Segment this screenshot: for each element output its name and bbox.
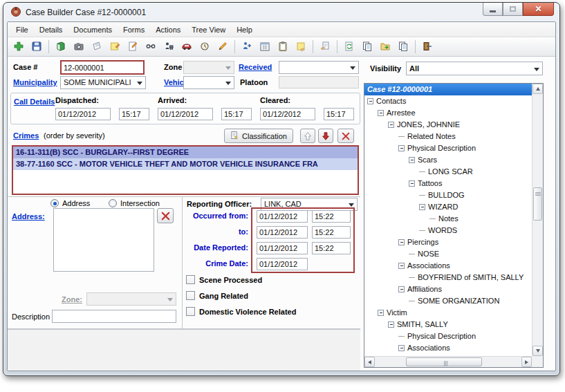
case-number-input[interactable]	[60, 60, 145, 75]
crime-list-item[interactable]: 38-77-1160 SCC - MOTOR VEHICLE THEFT AND…	[13, 158, 358, 170]
scroll-up-button[interactable]	[532, 84, 543, 94]
hand-doc-button[interactable]	[317, 39, 333, 55]
vertical-scroll-thumb[interactable]	[533, 187, 542, 221]
tree-item[interactable]: Physical Description	[364, 142, 532, 154]
move-down-button[interactable]	[318, 129, 333, 143]
scroll-down-button[interactable]	[532, 346, 543, 356]
pencil-button[interactable]	[214, 39, 231, 55]
crimes-list[interactable]: 16-11-311(B) SCC - BURGLARY--FIRST DEGRE…	[12, 145, 359, 195]
incident-time-input-0[interactable]	[312, 210, 351, 223]
note-assign-button[interactable]	[293, 39, 309, 55]
tree-item[interactable]: Case #12-0000001	[364, 84, 532, 95]
collapse-icon[interactable]	[378, 110, 384, 116]
gang-related-checkbox[interactable]	[186, 291, 195, 300]
collapse-icon[interactable]	[398, 239, 405, 245]
move-up-button[interactable]	[300, 129, 315, 143]
collapse-icon[interactable]	[419, 204, 425, 210]
vehicle-button[interactable]	[178, 39, 195, 55]
tree-item[interactable]: Associations	[364, 260, 532, 272]
menu-help[interactable]: Help	[231, 24, 258, 36]
tree-item[interactable]: SOME ORGANIZATION	[364, 295, 532, 307]
dispatched-time-input[interactable]	[119, 108, 149, 120]
domestic-violence-related-checkbox[interactable]	[186, 307, 195, 316]
collapse-icon[interactable]	[398, 286, 405, 292]
tree-item[interactable]: Notes	[364, 213, 532, 225]
folder-export-button[interactable]	[377, 39, 393, 55]
collapse-icon[interactable]	[398, 345, 405, 351]
tree-item[interactable]: Scars	[364, 154, 532, 166]
tree-item[interactable]: Physical Description	[364, 330, 532, 342]
crimes-link[interactable]: Crimes	[13, 131, 39, 140]
tree-item[interactable]: Associations	[364, 342, 532, 354]
tree-item[interactable]: Victim	[364, 307, 532, 319]
collapse-icon[interactable]	[367, 98, 373, 104]
tree-item[interactable]: BULLDOG	[364, 189, 532, 201]
incident-time-input-2[interactable]	[312, 242, 351, 254]
add-button[interactable]	[10, 39, 27, 55]
clock-button[interactable]	[196, 39, 213, 55]
classification-button[interactable]: Classification	[224, 129, 293, 143]
tree-item[interactable]: Tattoos	[364, 178, 532, 189]
copy-pages-2-button[interactable]	[395, 39, 411, 55]
incident-date-input-0[interactable]	[257, 210, 308, 223]
arrived-date-input[interactable]	[158, 108, 213, 120]
scroll-right-button[interactable]	[521, 357, 532, 367]
clipboard-button[interactable]	[275, 39, 291, 55]
address-textarea[interactable]	[53, 208, 154, 272]
minimize-button[interactable]	[483, 3, 503, 16]
visibility-select[interactable]: All	[406, 62, 543, 75]
menu-actions[interactable]: Actions	[150, 24, 186, 36]
horizontal-scroll-thumb[interactable]	[406, 357, 482, 366]
incident-date-input-1[interactable]	[257, 226, 308, 239]
received-select[interactable]	[279, 61, 359, 74]
booking-button[interactable]	[160, 39, 177, 55]
menu-details[interactable]: Details	[34, 24, 68, 36]
crime-list-item[interactable]: 16-11-311(B) SCC - BURGLARY--FIRST DEGRE…	[13, 147, 358, 158]
tree-item[interactable]: NOSE	[364, 248, 532, 260]
tree-item[interactable]: WIZARD	[364, 201, 532, 213]
book-button[interactable]	[53, 39, 69, 55]
menu-file[interactable]: File	[10, 24, 34, 36]
vehicle-select[interactable]	[183, 76, 234, 89]
scroll-left-button[interactable]	[364, 357, 375, 367]
maximize-button[interactable]	[503, 3, 523, 16]
tree-item[interactable]: LONG SCAR	[364, 166, 532, 178]
collapse-icon[interactable]	[388, 321, 394, 328]
collapse-icon[interactable]	[378, 310, 384, 316]
municipality-link[interactable]: Municipality	[13, 78, 57, 86]
intersection-radio[interactable]	[109, 199, 117, 207]
camera-button[interactable]	[71, 39, 87, 55]
tree-item[interactable]: SMITH, SALLY	[364, 319, 532, 330]
delete-crime-button[interactable]	[337, 129, 354, 143]
collapse-icon[interactable]	[398, 145, 405, 151]
incident-date-input-2[interactable]	[257, 242, 308, 254]
doc-refresh-button[interactable]	[341, 39, 358, 55]
cleared-time-input[interactable]	[324, 108, 354, 120]
collapse-icon[interactable]	[398, 263, 405, 269]
handcuffs-button[interactable]	[142, 39, 159, 55]
calendar-button[interactable]	[257, 39, 273, 55]
tree-item[interactable]: Related Notes	[364, 131, 532, 142]
received-link[interactable]: Received	[239, 63, 272, 71]
menu-forms[interactable]: Forms	[118, 24, 150, 36]
menu-tree-view[interactable]: Tree View	[186, 24, 231, 36]
scene-processed-checkbox[interactable]	[186, 275, 195, 284]
exit-door-button[interactable]	[419, 39, 436, 55]
cleared-date-input[interactable]	[260, 108, 315, 120]
tree-item[interactable]: BOYFRIEND of SMITH, SALLY	[364, 272, 532, 283]
collapse-icon[interactable]	[409, 157, 415, 163]
edit-button[interactable]	[124, 39, 141, 55]
horizontal-scrollbar[interactable]	[364, 356, 532, 367]
tree-item[interactable]: Piercings	[364, 236, 532, 248]
tree-item[interactable]: WORDS	[364, 225, 532, 236]
tree-item[interactable]: Arrestee	[364, 107, 532, 119]
incident-time-input-1[interactable]	[312, 226, 351, 239]
tree-item[interactable]: Affiliations	[364, 283, 532, 295]
save-button[interactable]	[28, 39, 45, 55]
scan-button[interactable]	[89, 39, 105, 55]
address-radio[interactable]	[50, 199, 59, 207]
call-details-link[interactable]: Call Details	[14, 97, 46, 106]
tree-item[interactable]: Contacts	[364, 95, 532, 107]
arrived-time-input[interactable]	[221, 108, 252, 120]
address-link[interactable]: Address:	[12, 212, 45, 221]
